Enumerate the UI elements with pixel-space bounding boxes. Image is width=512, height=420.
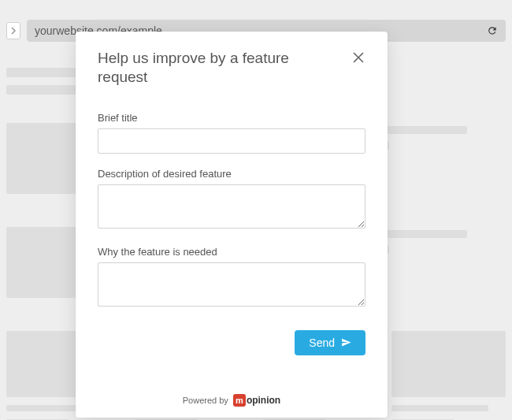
- field-description: Description of desired feature: [98, 168, 365, 232]
- close-button[interactable]: [351, 50, 365, 65]
- brand-logo[interactable]: mopinion: [233, 394, 280, 407]
- close-icon: [353, 52, 364, 63]
- nav-forward-button[interactable]: [6, 22, 20, 39]
- feature-request-modal: Help us improve by a feature request Bri…: [76, 32, 388, 418]
- textarea-why-needed[interactable]: [98, 262, 365, 307]
- powered-by-footer: Powered by mopinion: [98, 388, 365, 407]
- modal-actions: Send: [98, 330, 365, 355]
- send-button-label: Send: [309, 336, 335, 349]
- refresh-button[interactable]: [487, 25, 498, 36]
- label-brief-title: Brief title: [98, 112, 365, 124]
- modal-title: Help us improve by a feature request: [98, 49, 334, 87]
- modal-header: Help us improve by a feature request: [98, 49, 365, 87]
- refresh-icon: [487, 25, 498, 36]
- label-why-needed: Why the feature is needed: [98, 246, 365, 258]
- textarea-description[interactable]: [98, 184, 365, 229]
- chevron-right-icon: [10, 27, 17, 35]
- powered-by-text: Powered by: [183, 396, 228, 405]
- field-brief-title: Brief title: [98, 112, 365, 154]
- brand-m-icon: m: [233, 394, 246, 407]
- field-why-needed: Why the feature is needed: [98, 246, 365, 310]
- brand-rest: opinion: [247, 395, 280, 406]
- paper-plane-icon: [341, 337, 351, 348]
- send-button[interactable]: Send: [295, 330, 365, 355]
- label-description: Description of desired feature: [98, 168, 365, 180]
- input-brief-title[interactable]: [98, 128, 365, 154]
